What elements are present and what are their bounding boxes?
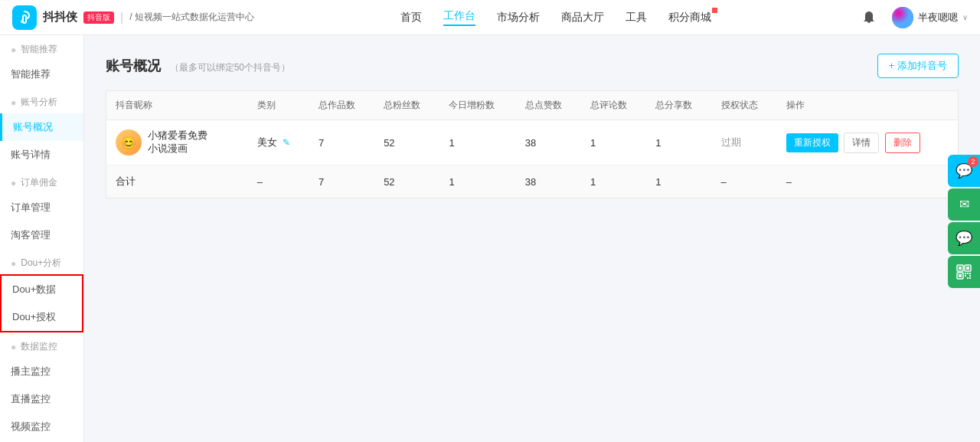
td-total-shares: 1 xyxy=(646,165,711,198)
td-total-new-fans: 1 xyxy=(439,165,515,198)
float-wechat-button[interactable]: 💬 xyxy=(948,222,980,254)
th-comments: 总评论数 xyxy=(581,91,646,120)
main-content: 账号概况 （最多可以绑定50个抖音号） + 添加抖音号 抖音昵称 类别 总作品数… xyxy=(84,35,980,442)
nav-home[interactable]: 首页 xyxy=(400,11,422,25)
th-shares: 总分享数 xyxy=(646,91,711,120)
sidebar-item-video-monitor[interactable]: 视频监控 xyxy=(0,413,83,440)
td-total-label: 合计 xyxy=(106,165,248,198)
td-total-comments: 1 xyxy=(581,165,646,198)
page-title-area: 账号概况 （最多可以绑定50个抖音号） xyxy=(106,57,290,75)
td-total-status: – xyxy=(712,165,777,198)
sidebar-item-dou-auth[interactable]: Dou+授权 xyxy=(2,303,82,331)
float-qr-button[interactable] xyxy=(948,256,980,288)
logo-tag: 抖音版 xyxy=(83,11,114,24)
svg-rect-11 xyxy=(965,275,966,277)
detail-button[interactable]: 详情 xyxy=(844,133,879,153)
th-new-fans: 今日增粉数 xyxy=(439,91,515,120)
mail-icon: ✉ xyxy=(959,197,969,211)
nav-product-hall[interactable]: 商品大厅 xyxy=(561,11,604,25)
table-row: 😊 小猪爱看免费小说漫画 美女 ✎ 7 52 1 38 1 xyxy=(106,120,959,165)
td-likes: 38 xyxy=(516,120,581,165)
td-new-fans: 1 xyxy=(439,120,515,165)
td-actions: 重新授权 详情 删除 xyxy=(777,120,959,165)
order-icon: ● xyxy=(11,178,16,188)
user-name: 半夜嗯嗯 xyxy=(918,11,958,25)
th-fans: 总粉丝数 xyxy=(374,91,439,120)
th-likes: 总点赞数 xyxy=(516,91,581,120)
td-category: 美女 ✎ xyxy=(248,120,309,165)
logo-icon xyxy=(12,5,37,30)
reauth-button[interactable]: 重新授权 xyxy=(786,133,838,152)
nav-workbench[interactable]: 工作台 xyxy=(443,9,475,26)
logo-divider: | xyxy=(120,11,123,25)
svg-rect-7 xyxy=(959,274,962,277)
sidebar-section-order: ● 订单佣金 xyxy=(0,169,83,194)
svg-rect-5 xyxy=(966,267,969,270)
status-badge: 过期 xyxy=(721,136,741,148)
svg-point-0 xyxy=(21,20,24,23)
monitor-icon: ● xyxy=(11,342,16,352)
dou-icon: ● xyxy=(11,258,16,269)
account-name: 小猪爱看免费小说漫画 xyxy=(148,129,217,156)
sidebar-item-taobao-manage[interactable]: 淘客管理 xyxy=(0,221,83,249)
nav-right: 半夜嗯嗯 ∨ xyxy=(858,7,968,28)
nav-market[interactable]: 市场分析 xyxy=(497,11,540,25)
td-total-works: 7 xyxy=(309,165,374,198)
nav-points-shop[interactable]: 积分商城 xyxy=(668,11,711,25)
th-category: 类别 xyxy=(248,91,309,120)
sidebar-item-order-manage[interactable]: 订单管理 xyxy=(0,194,83,221)
float-chat-button[interactable]: 💬 2 xyxy=(948,155,980,187)
accounts-table: 抖音昵称 类别 总作品数 总粉丝数 今日增粉数 总点赞数 总评论数 总分享数 授… xyxy=(106,90,959,198)
svg-rect-3 xyxy=(959,267,962,270)
star-icon: ● xyxy=(11,44,16,55)
nav-tools[interactable]: 工具 xyxy=(626,11,647,25)
main-layout: ● 智能推荐 智能推荐 ● 账号分析 账号概况 账号详情 ● 订单佣金 订单管理… xyxy=(0,35,980,442)
sidebar-item-anchor-monitor[interactable]: 播主监控 xyxy=(0,358,83,385)
svg-rect-9 xyxy=(967,273,969,274)
user-chevron-icon: ∨ xyxy=(962,13,968,21)
sidebar-item-dou-data[interactable]: Dou+数据 xyxy=(2,276,82,303)
user-menu[interactable]: 半夜嗯嗯 ∨ xyxy=(892,7,968,28)
table-header: 抖音昵称 类别 总作品数 总粉丝数 今日增粉数 总点赞数 总评论数 总分享数 授… xyxy=(106,91,959,120)
td-nickname: 😊 小猪爱看免费小说漫画 xyxy=(106,120,248,165)
td-total-cat: – xyxy=(248,165,309,198)
page-title: 账号概况 xyxy=(106,58,161,74)
sidebar: ● 智能推荐 智能推荐 ● 账号分析 账号概况 账号详情 ● 订单佣金 订单管理… xyxy=(0,35,84,442)
total-row: 合计 – 7 52 1 38 1 1 – – xyxy=(106,165,959,198)
logo-subtitle: / 短视频一站式数据化运营中心 xyxy=(129,11,254,24)
svg-rect-8 xyxy=(965,273,966,274)
page-header: 账号概况 （最多可以绑定50个抖音号） + 添加抖音号 xyxy=(106,54,959,78)
sidebar-section-account: ● 账号分析 xyxy=(0,88,83,113)
sidebar-item-live-monitor[interactable]: 直播监控 xyxy=(0,385,83,413)
notification-bell[interactable] xyxy=(858,7,880,28)
add-account-button[interactable]: + 添加抖音号 xyxy=(877,54,959,78)
th-nickname: 抖音昵称 xyxy=(106,91,248,120)
th-works: 总作品数 xyxy=(309,91,374,120)
svg-rect-14 xyxy=(969,275,971,277)
td-fans: 52 xyxy=(374,120,439,165)
td-status: 过期 xyxy=(712,120,777,165)
td-total-fans: 52 xyxy=(374,165,439,198)
user-avatar xyxy=(892,7,913,28)
float-mail-button[interactable]: ✉ xyxy=(948,188,980,221)
sidebar-item-smart-recommend[interactable]: 智能推荐 xyxy=(0,61,83,88)
qr-icon xyxy=(956,264,972,280)
sidebar-item-account-detail[interactable]: 账号详情 xyxy=(0,141,83,169)
right-float-buttons: 💬 2 ✉ 💬 xyxy=(948,155,980,288)
table-body: 😊 小猪爱看免费小说漫画 美女 ✎ 7 52 1 38 1 xyxy=(106,120,959,198)
category-edit-icon[interactable]: ✎ xyxy=(283,137,290,148)
svg-rect-13 xyxy=(969,277,971,279)
sidebar-section-monitor: ● 数据监控 xyxy=(0,332,83,358)
sidebar-section-recommend: ● 智能推荐 xyxy=(0,35,83,61)
sidebar-item-account-overview[interactable]: 账号概况 xyxy=(0,113,83,141)
nav-links: 首页 工作台 市场分析 商品大厅 工具 积分商城 xyxy=(270,9,843,26)
page-subtitle: （最多可以绑定50个抖音号） xyxy=(170,62,290,73)
td-total-likes: 38 xyxy=(516,165,581,198)
td-shares: 1 xyxy=(646,120,711,165)
dou-group: Dou+数据 Dou+授权 xyxy=(0,274,83,332)
delete-button[interactable]: 删除 xyxy=(885,133,920,153)
chat-badge: 2 xyxy=(968,156,978,167)
td-works: 7 xyxy=(309,120,374,165)
wechat-icon: 💬 xyxy=(956,230,972,247)
logo-brand: 抖抖侠 xyxy=(43,10,77,25)
